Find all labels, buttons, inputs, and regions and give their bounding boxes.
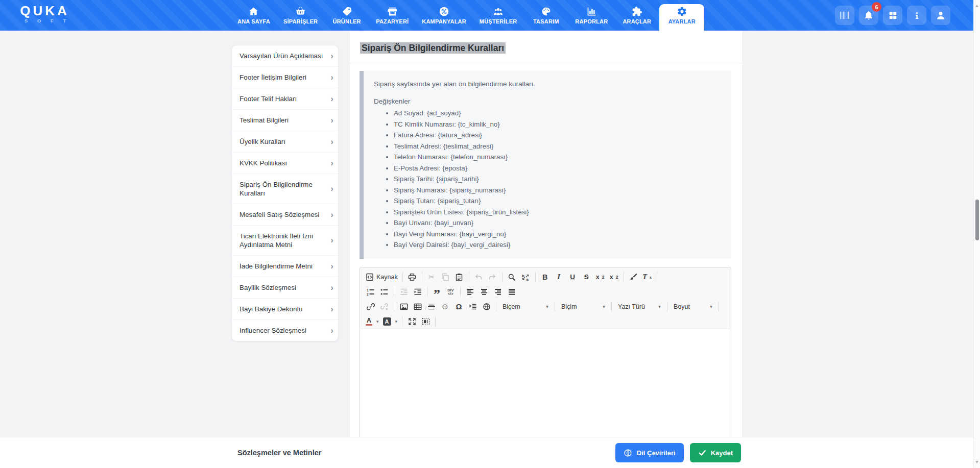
replace-button[interactable]: ba xyxy=(519,270,532,283)
align-right-button[interactable] xyxy=(491,285,504,298)
bold-button[interactable]: B xyxy=(539,270,552,283)
nav-urunler[interactable]: ÜRÜNLER xyxy=(324,0,369,31)
underline-button[interactable]: U xyxy=(566,270,579,283)
svg-text:b: b xyxy=(522,273,524,278)
smiley-button[interactable]: ☺ xyxy=(439,300,451,313)
page-scrollbar[interactable] xyxy=(973,0,980,468)
rich-text-editor: Kaynak ✂ xyxy=(360,267,731,437)
variable-item: Sipariş Tutarı: {sipariş_tutarı} xyxy=(394,195,721,207)
sidebar-item-siparis-on-bilgilendirme[interactable]: Sipariş Ön Bilgilendirme Kuralları› xyxy=(232,174,338,204)
text-color-button[interactable]: A ▾ xyxy=(364,315,380,328)
scroll-up-icon[interactable] xyxy=(975,3,978,7)
scroll-down-icon[interactable] xyxy=(975,461,978,465)
font-dropdown[interactable]: Yazı Türü▾ xyxy=(614,300,664,313)
sidebar-item-ticari-elektronik[interactable]: Ticari Elektronik İleti İzni Aydınlatma … xyxy=(232,226,338,256)
sidebar-item-uyelik[interactable]: Üyelik Kuralları› xyxy=(232,131,338,153)
caret-down-icon: ▾ xyxy=(376,319,379,324)
superscript-button[interactable]: x2 xyxy=(608,270,620,283)
sidebar-item-kvkk[interactable]: KVKK Politikası› xyxy=(232,153,338,174)
show-blocks-icon xyxy=(422,317,430,326)
show-blocks-button[interactable] xyxy=(419,315,432,328)
editor-content[interactable] xyxy=(360,329,731,437)
sidebar-item-varsayilan-urun[interactable]: Varsayılan Ürün Açıklaması› xyxy=(232,45,338,67)
sidebar-item-footer-iletisim[interactable]: Footer İletişim Bilgileri› xyxy=(232,67,338,88)
div-container-button[interactable]: DIV</> xyxy=(444,285,457,298)
variable-item: TC Kimlik Numarası: {tc_kimlik_no} xyxy=(394,119,721,130)
special-char-button[interactable]: Ω xyxy=(452,300,465,313)
sidebar-item-mesafeli-satis[interactable]: Mesafeli Satış Sözleşmesi› xyxy=(232,204,338,226)
save-button[interactable]: Kaydet xyxy=(690,443,741,462)
size-dropdown[interactable]: Boyut▾ xyxy=(670,300,716,313)
blockquote-button[interactable]: ” xyxy=(431,285,443,298)
source-button[interactable]: Kaynak xyxy=(364,270,399,283)
align-center-button[interactable] xyxy=(477,285,490,298)
chevron-right-icon: › xyxy=(330,94,333,103)
print-button[interactable] xyxy=(406,270,419,283)
chevron-right-icon: › xyxy=(330,326,333,335)
background-color-button[interactable]: A ▾ xyxy=(381,315,399,328)
insert-table-button[interactable] xyxy=(411,300,424,313)
increase-indent-button[interactable] xyxy=(411,285,424,298)
insert-image-button[interactable] xyxy=(397,300,410,313)
copy-formatting-button[interactable] xyxy=(627,270,640,283)
info-intro: Sipariş sayfasında yer alan ön bilgilend… xyxy=(374,79,721,89)
find-button[interactable] xyxy=(506,270,518,283)
sidebar-item-teslimat[interactable]: Teslimat Bilgileri› xyxy=(232,110,338,131)
ordered-list-button[interactable]: 12 xyxy=(364,285,377,298)
toolbar-separator xyxy=(555,302,555,311)
chevron-right-icon: › xyxy=(330,159,333,167)
sidebar-item-bayi-bakiye[interactable]: Bayi Bakiye Dekontu› xyxy=(232,299,338,320)
notifications-button[interactable]: 6 xyxy=(859,6,878,25)
align-left-button[interactable] xyxy=(464,285,476,298)
nav-musteriler[interactable]: MÜŞTERİLER xyxy=(473,0,524,31)
nav-siparisler[interactable]: SİPARİŞLER xyxy=(277,0,324,31)
remove-format-button[interactable]: Tx xyxy=(641,270,654,283)
unlink-icon xyxy=(380,303,389,311)
maximize-button[interactable] xyxy=(405,315,418,328)
brand-logo[interactable]: QUKA S O F T xyxy=(19,4,70,23)
sidebar-item-footer-telif[interactable]: Footer Telif Hakları› xyxy=(232,88,338,110)
redo-icon xyxy=(488,273,496,281)
nav-araclar[interactable]: ARAÇLAR xyxy=(614,0,659,31)
align-justify-button[interactable] xyxy=(505,285,518,298)
page-break-button[interactable] xyxy=(466,300,479,313)
format-dropdown[interactable]: Biçim▾ xyxy=(558,300,609,313)
gear-icon xyxy=(677,6,687,17)
info-button[interactable] xyxy=(907,6,926,25)
nav-ana-sayfa[interactable]: ANA SAYFA xyxy=(231,0,277,31)
header-actions: 6 xyxy=(835,6,950,25)
nav-pazaryeri[interactable]: PAZARYERİ xyxy=(369,0,415,31)
toolbar-separator xyxy=(394,302,394,311)
subscript-button[interactable]: x2 xyxy=(594,270,607,283)
paste-button[interactable] xyxy=(453,270,466,283)
language-translations-button[interactable]: Dil Çevirileri xyxy=(615,443,684,462)
print-icon xyxy=(408,273,416,281)
link-button[interactable] xyxy=(364,300,377,313)
bulleted-list-button[interactable] xyxy=(378,285,391,298)
scrollbar-thumb[interactable] xyxy=(975,200,979,240)
sidebar-item-influencer[interactable]: Influencer Sözleşmesi› xyxy=(232,320,338,341)
variable-item: Fatura Adresi: {fatura_adresi} xyxy=(394,130,721,141)
sidebar-item-iade[interactable]: İade Bilgilendirme Metni› xyxy=(232,256,338,277)
profile-button[interactable] xyxy=(931,6,950,25)
copy-button xyxy=(439,270,452,283)
nav-ayarlar[interactable]: AYARLAR xyxy=(659,0,704,31)
apps-grid-button[interactable] xyxy=(883,6,902,25)
chevron-right-icon: › xyxy=(330,73,333,82)
styles-dropdown[interactable]: Biçem▾ xyxy=(499,300,552,313)
nav-raporlar[interactable]: RAPORLAR xyxy=(568,0,614,31)
check-icon xyxy=(698,449,706,457)
strikethrough-button[interactable]: S xyxy=(580,270,593,283)
chevron-right-icon: › xyxy=(330,116,333,125)
barcode-button[interactable] xyxy=(835,6,854,25)
nav-tasarim[interactable]: TASARIM xyxy=(523,0,568,31)
italic-button[interactable]: I xyxy=(553,270,565,283)
nav-kampanyalar[interactable]: KAMPANYALAR xyxy=(415,0,473,31)
footer-actions: Dil Çevirileri Kaydet xyxy=(615,443,741,462)
horizontal-rule-button[interactable] xyxy=(425,300,438,313)
sidebar-item-bayilik[interactable]: Bayilik Sözleşmesi› xyxy=(232,277,338,299)
notification-badge: 6 xyxy=(872,2,881,12)
iframe-button[interactable] xyxy=(480,300,493,313)
horizontal-rule-icon xyxy=(427,303,436,311)
main-nav: ANA SAYFA SİPARİŞLER ÜRÜNLER PAZARYERİ K… xyxy=(231,0,704,31)
